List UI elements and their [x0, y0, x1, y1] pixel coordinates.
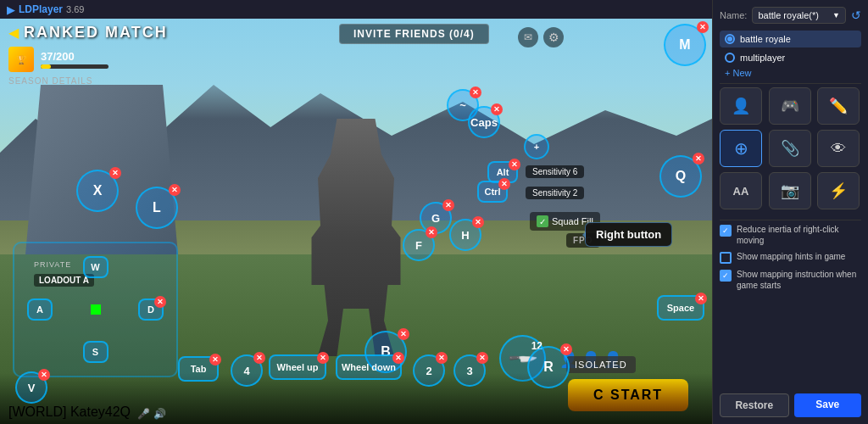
wheel-up-close-icon[interactable]: ✕: [317, 352, 329, 364]
divider-2: [720, 220, 861, 220]
name-row: Name: battle royale(*) ▼ ↺: [720, 7, 861, 24]
d-key[interactable]: ✕ D: [138, 298, 164, 321]
app-version: 3.69: [66, 4, 84, 14]
panel-buttons: Restore Save: [720, 393, 861, 417]
two-close-icon[interactable]: ✕: [436, 352, 448, 364]
l-key[interactable]: ✕ L: [136, 187, 178, 229]
isolated-badge: ISOLATED: [566, 356, 636, 373]
d-close-icon[interactable]: ✕: [154, 296, 166, 308]
two-key[interactable]: ✕ 2: [413, 354, 445, 387]
b-close-icon[interactable]: ✕: [398, 328, 409, 340]
profile-dropdown-value: battle royale(*): [758, 10, 819, 20]
show-instruction-label: Show mapping instruction when game start…: [737, 269, 861, 291]
crosshair-icon-btn[interactable]: ⊕: [720, 130, 762, 167]
profile-option-multiplayer[interactable]: multiplayer: [720, 49, 861, 66]
f-close-icon[interactable]: ✕: [426, 226, 437, 238]
ctrl-key[interactable]: ✕ Ctrl: [477, 181, 508, 203]
g-close-icon[interactable]: ✕: [442, 199, 454, 211]
four-close-icon[interactable]: ✕: [253, 352, 265, 364]
ranked-arrow-icon: ◀: [8, 25, 19, 41]
four-label: 4: [243, 365, 249, 377]
wheel-down-key[interactable]: ✕ Wheel down: [336, 354, 402, 380]
x-key[interactable]: ✕ X: [76, 170, 119, 212]
tab-close-icon[interactable]: ✕: [209, 354, 221, 365]
q-key[interactable]: ✕ Q: [659, 155, 702, 198]
restore-button[interactable]: Restore: [720, 393, 789, 417]
m-key[interactable]: ✕ M: [664, 24, 706, 66]
wheel-down-close-icon[interactable]: ✕: [392, 352, 404, 364]
l-close-icon[interactable]: ✕: [169, 184, 181, 196]
two-label: 2: [426, 365, 431, 377]
f-key[interactable]: ✕ F: [403, 229, 435, 261]
aa-icon-btn[interactable]: AA: [720, 172, 762, 209]
r-label: R: [543, 360, 554, 375]
caps-close-icon[interactable]: ✕: [491, 103, 503, 115]
f-label: F: [415, 239, 422, 252]
right-button-label: Right button: [596, 228, 661, 241]
show-hints-label: Show mapping hints in game: [737, 251, 845, 262]
caps-key[interactable]: ✕ Caps: [468, 106, 500, 138]
ctrl-close-icon[interactable]: ✕: [498, 178, 510, 190]
plus-label: +: [534, 142, 539, 152]
v-close-icon[interactable]: ✕: [38, 369, 50, 381]
three-key[interactable]: ✕ 3: [453, 354, 486, 387]
four-key[interactable]: ✕ 4: [231, 354, 263, 387]
radio-royale-icon: [725, 34, 735, 44]
new-profile-button[interactable]: New: [720, 66, 861, 80]
d-label: D: [147, 304, 154, 315]
checkbox-row-3: ✓ Show mapping instruction when game sta…: [720, 269, 861, 291]
h-key[interactable]: ✕ H: [449, 219, 481, 251]
divider-1: [720, 83, 861, 84]
sens2-label: Sensitivity 2: [532, 188, 577, 198]
space-close-icon[interactable]: ✕: [695, 293, 707, 304]
clip-icon-btn[interactable]: 📎: [769, 130, 811, 167]
r-key[interactable]: ✕ R: [527, 346, 570, 388]
right-panel: Name: battle royale(*) ▼ ↺ battle royale…: [712, 0, 868, 424]
save-button[interactable]: Save: [794, 393, 862, 417]
rank-badge: 🏆: [8, 47, 34, 72]
invite-text: INVITE FRIENDS (0/4): [353, 28, 475, 40]
m-close-icon[interactable]: ✕: [697, 21, 709, 33]
alt-close-icon[interactable]: ✕: [509, 159, 520, 170]
wheel-up-key[interactable]: ✕ Wheel up: [269, 354, 326, 380]
alt-label: Alt: [497, 167, 509, 177]
app-icon: ▶: [7, 3, 15, 16]
s-key[interactable]: S: [83, 341, 108, 363]
ranked-title: RANKED MATCH: [24, 24, 168, 42]
message-icon[interactable]: ✉: [518, 27, 538, 47]
screenshot-icon-btn[interactable]: 📷: [769, 172, 811, 209]
three-close-icon[interactable]: ✕: [476, 352, 488, 364]
pencil-icon-btn[interactable]: ✏️: [817, 87, 860, 125]
tilde-close-icon[interactable]: ✕: [470, 86, 481, 98]
person-icon-btn[interactable]: 👤: [720, 87, 762, 125]
r-close-icon[interactable]: ✕: [560, 343, 572, 355]
score-bar-fill: [41, 64, 51, 69]
show-hints-checkbox[interactable]: [720, 252, 732, 264]
score-value: 37/200: [41, 50, 108, 63]
score-info: 37/200: [41, 50, 108, 69]
plus-key[interactable]: +: [524, 134, 549, 159]
show-instruction-checkbox[interactable]: ✓: [720, 270, 732, 282]
q-label: Q: [676, 169, 686, 184]
q-close-icon[interactable]: ✕: [693, 153, 704, 165]
h-close-icon[interactable]: ✕: [472, 216, 484, 228]
profile-dropdown[interactable]: battle royale(*) ▼: [752, 7, 846, 24]
bolt-icon-btn[interactable]: ⚡: [817, 172, 860, 209]
w-key[interactable]: W: [83, 256, 108, 278]
a-key[interactable]: A: [27, 298, 53, 321]
x-close-icon[interactable]: ✕: [109, 167, 121, 179]
profile-option-royale[interactable]: battle royale: [720, 31, 861, 47]
gear-icon[interactable]: ⚙: [543, 27, 564, 47]
reduce-inertia-label: Reduce inertia of right-click moving: [737, 224, 861, 246]
refresh-icon[interactable]: ↺: [851, 8, 861, 22]
private-label: PRIVATE: [34, 260, 71, 269]
v-key[interactable]: ✕ V: [15, 371, 47, 404]
icon-grid: 👤 🎮 ✏️ ⊕ 📎 👁 AA 📷 ⚡: [720, 87, 861, 209]
space-key[interactable]: ✕ Space: [657, 295, 704, 321]
gamepad-icon-btn[interactable]: 🎮: [769, 87, 811, 125]
tab-key[interactable]: ✕ Tab: [178, 356, 219, 382]
v-label: V: [28, 382, 36, 394]
eye-icon-btn[interactable]: 👁: [817, 130, 860, 167]
wheel-down-label: Wheel down: [342, 362, 396, 372]
reduce-inertia-checkbox[interactable]: ✓: [720, 225, 732, 237]
